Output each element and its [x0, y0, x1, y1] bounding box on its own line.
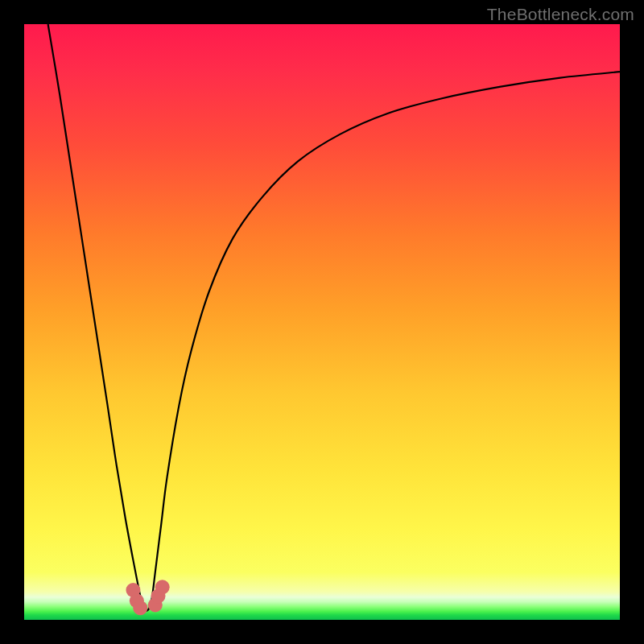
plot-area: [24, 24, 620, 620]
curve-layer: [24, 24, 620, 620]
watermark-text: TheBottleneck.com: [487, 5, 634, 24]
chart-frame: TheBottleneck.com: [0, 0, 644, 644]
marker-dot: [133, 601, 147, 615]
marker-dot: [155, 580, 170, 594]
bottleneck-curve: [48, 24, 620, 611]
